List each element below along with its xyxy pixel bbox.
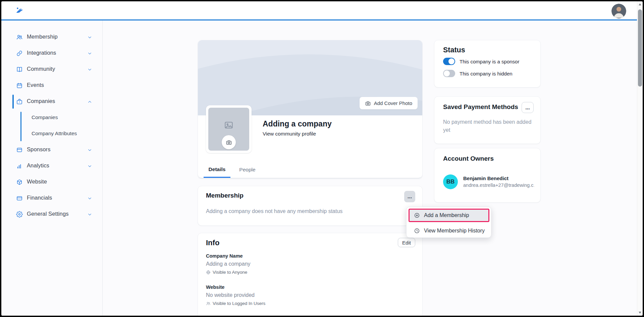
sidebar-item-general-settings[interactable]: General Settings — [1, 206, 102, 222]
info-heading: Info — [206, 239, 219, 247]
image-icon — [224, 120, 234, 130]
vertical-scrollbar[interactable] — [637, 1, 643, 316]
field-label: Website — [206, 284, 414, 290]
field-label: Company Name — [206, 253, 414, 259]
people-icon — [16, 34, 23, 41]
info-fields: Company Name Adding a company Visible to… — [206, 253, 414, 317]
sidebar-item-events[interactable]: Events — [1, 77, 102, 94]
view-community-profile-link[interactable]: View community profile — [263, 131, 316, 137]
book-icon — [16, 66, 23, 73]
sidebar-item-integrations[interactable]: Integrations — [1, 45, 102, 61]
tab-details[interactable]: Details — [204, 162, 230, 178]
scrollbar-thumb[interactable] — [638, 9, 642, 87]
chevron-down-icon — [87, 51, 92, 56]
membership-actions-menu: Add a Membership View Membership History — [406, 207, 491, 238]
sidebar-item-label: Events — [27, 82, 44, 88]
field-label: Email — [206, 316, 414, 317]
people-icon — [206, 301, 211, 306]
sidebar-item-community[interactable]: Community — [1, 61, 102, 77]
info-field-email: Email — [206, 316, 414, 317]
add-cover-photo-label: Add Cover Photo — [374, 100, 412, 106]
toggle-label: This company is a sponsor — [460, 59, 519, 64]
owners-heading: Account Owners — [443, 155, 494, 162]
info-section-card: Info Edit Company Name Adding a company … — [198, 233, 423, 317]
membership-more-button[interactable]: ... — [404, 191, 415, 202]
field-value: No website provided — [206, 292, 414, 298]
membership-heading: Membership — [206, 192, 244, 199]
page-title: Adding a company — [263, 119, 332, 128]
plus-circle-icon — [414, 212, 420, 218]
toggle-knob — [444, 70, 450, 76]
owner-list-item[interactable]: BB Benjamin Benedict andrea.estrella+27@… — [443, 174, 534, 190]
company-profile-card: Add Cover Photo Adding a company View co… — [198, 40, 423, 179]
profile-tabs: Details People — [198, 162, 422, 178]
visibility-label: Visible to Logged In Users — [213, 301, 265, 306]
sidebar-item-label: Website — [27, 178, 47, 185]
sidebar-item-label: Community — [27, 66, 55, 72]
account-owners-card: Account Owners BB Benjamin Benedict andr… — [434, 148, 541, 203]
sidebar-item-financials[interactable]: Financials — [1, 190, 102, 206]
menu-item-add-membership[interactable]: Add a Membership — [409, 209, 489, 222]
scroll-up-arrow-icon[interactable] — [639, 3, 641, 5]
tab-people[interactable]: People — [233, 162, 262, 178]
sidebar-subitem-companies[interactable]: Companies — [1, 110, 102, 126]
sidebar-item-label: Financials — [27, 195, 52, 201]
field-visibility: Visible to Anyone — [206, 270, 414, 275]
hidden-toggle-row: This company is hidden — [443, 70, 513, 77]
bar-chart-icon — [16, 163, 23, 169]
sidebar-item-label: Membership — [27, 34, 58, 40]
info-field-website: Website No website provided Visible to L… — [206, 284, 414, 306]
cube-icon — [16, 179, 23, 186]
credit-card-icon — [16, 195, 23, 202]
payments-more-button[interactable]: ... — [522, 102, 534, 113]
owner-name: Benjamin Benedict — [463, 175, 508, 181]
sidebar-item-label: Integrations — [27, 50, 56, 56]
sponsor-toggle[interactable] — [443, 58, 455, 65]
sidebar-item-website[interactable]: Website — [1, 174, 102, 190]
app-logo-icon[interactable] — [15, 6, 24, 15]
sponsor-toggle-row: This company is a sponsor — [443, 58, 519, 65]
sidebar-subitem-label: Companies — [32, 114, 58, 120]
sidebar-item-label: Sponsors — [27, 146, 51, 153]
sidebar-item-companies[interactable]: Companies — [1, 94, 102, 110]
chevron-down-icon — [87, 212, 92, 217]
field-value: Adding a company — [206, 261, 414, 267]
sidebar-subitem-company-attributes[interactable]: Company Attributes — [1, 126, 102, 142]
user-avatar[interactable] — [611, 4, 626, 18]
user-avatar-photo — [611, 4, 626, 18]
menu-item-label: View Membership History — [424, 228, 485, 234]
calendar-icon — [16, 82, 23, 89]
sidebar-item-sponsors[interactable]: Sponsors — [1, 142, 102, 158]
globe-icon — [206, 270, 211, 275]
chevron-down-icon — [87, 164, 92, 169]
scroll-down-arrow-icon[interactable] — [639, 312, 641, 314]
app-window: Membership Integrations Community Events… — [0, 0, 644, 317]
banner-card-icon — [16, 147, 23, 153]
status-heading: Status — [443, 46, 465, 54]
sidebar-item-membership[interactable]: Membership — [1, 29, 102, 45]
chevron-down-icon — [87, 35, 92, 40]
add-cover-photo-button[interactable]: Add Cover Photo — [360, 97, 418, 109]
owner-email: andrea.estrella+27@tradewing.c… — [463, 182, 534, 188]
sidebar-item-label: Analytics — [27, 162, 49, 169]
menu-item-label: Add a Membership — [424, 212, 469, 218]
sidebar-nav: Membership Integrations Community Events… — [1, 20, 103, 316]
edit-info-button[interactable]: Edit — [398, 238, 415, 247]
toggle-knob — [448, 58, 454, 64]
hidden-toggle[interactable] — [443, 70, 455, 77]
visibility-label: Visible to Anyone — [213, 270, 247, 275]
camera-icon — [365, 100, 371, 106]
camera-icon — [226, 139, 232, 146]
chevron-up-icon — [87, 99, 92, 104]
membership-empty-text: Adding a company does not have any membe… — [206, 208, 342, 214]
sidebar-item-analytics[interactable]: Analytics — [1, 158, 102, 174]
briefcase-icon — [16, 98, 23, 105]
payments-heading: Saved Payment Methods — [443, 103, 518, 111]
menu-item-view-membership-history[interactable]: View Membership History — [409, 225, 489, 236]
company-avatar-placeholder[interactable] — [206, 105, 252, 153]
clock-icon — [414, 228, 420, 234]
chevron-down-icon — [87, 67, 92, 72]
change-photo-button[interactable] — [222, 135, 236, 149]
status-card: Status This company is a sponsor This co… — [434, 40, 541, 88]
sidebar-subitem-label: Company Attributes — [32, 130, 77, 137]
